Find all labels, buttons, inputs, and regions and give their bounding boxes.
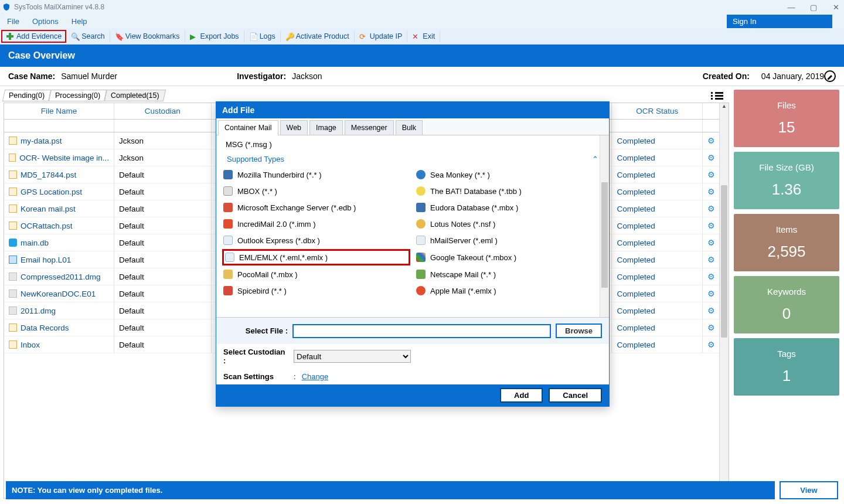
file-type-option[interactable]: Eudora Database (*.mbx ) [415, 200, 603, 215]
toolbar: Add Evidence 🔍Search 🔖View Bookmarks ▶Ex… [0, 28, 844, 45]
sign-in-button[interactable]: Sign In [727, 15, 832, 28]
tab-container-mail[interactable]: Container Mail [218, 120, 278, 135]
tile-items[interactable]: Items2,595 [734, 214, 839, 271]
view-button[interactable]: View [780, 481, 838, 499]
file-type-option[interactable]: Google Takeout (*.mbox ) [415, 249, 603, 265]
list-view-icon[interactable] [711, 91, 723, 100]
file-icon [9, 340, 17, 349]
close-icon[interactable]: ✕ [830, 3, 842, 12]
dialog-footer: Add Cancel [216, 384, 609, 406]
file-type-option[interactable]: PocoMail (*.mbx ) [222, 267, 410, 282]
file-type-option[interactable]: Netscape Mail (*.* ) [415, 267, 603, 282]
file-icon [9, 154, 16, 162]
change-link[interactable]: Change [302, 372, 329, 381]
tile-files[interactable]: Files15 [734, 90, 839, 147]
add-button[interactable]: Add [500, 388, 543, 403]
tile-keywords[interactable]: Keywords0 [734, 276, 839, 333]
cell-custodian: Default [114, 200, 211, 217]
file-type-option[interactable]: Mozilla Thunderbird (*.* ) [222, 167, 410, 182]
file-name-cell: Data Records [9, 323, 109, 332]
cell-custodian: Default [114, 319, 211, 336]
file-icon [9, 323, 17, 332]
logs-button[interactable]: 📄Logs [244, 30, 281, 42]
file-name-cell: 2011.dmg [9, 307, 109, 315]
file-type-option[interactable]: MBOX (*.* ) [222, 183, 410, 199]
cell-custodian: Default [114, 285, 211, 302]
dialog-scroll-thumb[interactable] [601, 182, 608, 288]
minimize-icon[interactable]: — [785, 3, 797, 12]
view-bookmarks-button[interactable]: 🔖View Bookmarks [110, 30, 185, 42]
cell-ocr: Completed [612, 251, 702, 268]
grid-scrollbar[interactable]: ▲ ▼ [719, 103, 729, 498]
custodian-select[interactable]: Default [294, 350, 411, 363]
file-name-cell: OCR- Website image in... [9, 154, 109, 162]
col-filename[interactable]: File Name [4, 103, 114, 120]
file-icon [9, 256, 17, 264]
cell-custodian: Default [114, 302, 211, 319]
type-icon [416, 286, 426, 295]
created-label: Created On: [703, 71, 750, 81]
update-ip-button[interactable]: ⟳Update IP [355, 30, 408, 42]
tab-messenger[interactable]: Messenger [345, 120, 394, 135]
svg-rect-1 [6, 35, 13, 38]
export-jobs-button[interactable]: ▶Export Jobs [185, 30, 244, 42]
file-type-option[interactable]: Spicebird (*.* ) [222, 283, 410, 298]
file-icon [9, 239, 17, 247]
file-type-option[interactable]: Outlook Express (*.dbx ) [222, 233, 410, 248]
cancel-button[interactable]: Cancel [549, 388, 602, 403]
type-label: Netscape Mail (*.* ) [430, 270, 496, 279]
col-ocr[interactable]: OCR Status [612, 103, 702, 120]
cell-custodian: Default [114, 217, 211, 234]
scroll-up-icon[interactable]: ▲ [720, 103, 729, 113]
col-custodian[interactable]: Custodian [114, 103, 211, 120]
cell-ocr: Completed [612, 166, 702, 183]
tile-items-value: 2,595 [767, 243, 805, 261]
case-info-row: Case Name: Samuel Murder Investigator: J… [0, 67, 844, 86]
type-label: Apple Mail (*.emlx ) [430, 287, 496, 295]
type-icon [223, 270, 233, 279]
maximize-icon[interactable]: ▢ [808, 3, 819, 12]
tab-completed[interactable]: Completed(15) [104, 90, 166, 101]
type-icon [223, 203, 233, 212]
file-type-option[interactable]: Microsoft Exchange Server (*.edb ) [222, 200, 410, 215]
file-type-option[interactable]: The BAT! Database (*.tbb ) [415, 183, 603, 199]
tab-web[interactable]: Web [280, 120, 308, 135]
state-tabs: Pending(0) Processing(0) Completed(15) [4, 90, 729, 101]
type-label: Outlook Express (*.dbx ) [237, 236, 320, 245]
file-type-option[interactable]: IncrediMail 2.0 (*.imm ) [222, 216, 410, 231]
tile-tags[interactable]: Tags1 [734, 338, 839, 396]
tab-image[interactable]: Image [309, 120, 343, 135]
tile-files-value: 15 [778, 118, 795, 137]
type-label: Eudora Database (*.mbx ) [430, 203, 518, 212]
tab-pending[interactable]: Pending(0) [2, 90, 51, 101]
file-type-option[interactable]: Apple Mail (*.emlx ) [415, 283, 603, 298]
file-type-option[interactable]: Sea Monkey (*.* ) [415, 167, 603, 182]
tab-bulk[interactable]: Bulk [396, 120, 423, 135]
menu-options[interactable]: Options [32, 17, 59, 26]
menu-file[interactable]: File [7, 17, 19, 26]
browse-button[interactable]: Browse [556, 323, 602, 338]
edit-case-icon[interactable] [824, 70, 836, 82]
add-evidence-button[interactable]: Add Evidence [1, 30, 66, 43]
refresh-icon: ⟳ [359, 32, 367, 40]
logs-icon: 📄 [249, 32, 257, 40]
file-type-option[interactable]: hMailServer (*.eml ) [415, 233, 603, 248]
type-icon [416, 270, 426, 279]
tab-pending-label: Pending(0) [9, 91, 45, 100]
tab-processing[interactable]: Processing(0) [49, 90, 107, 101]
scroll-thumb[interactable] [721, 185, 727, 338]
cell-ocr: Completed [612, 183, 702, 200]
search-button[interactable]: 🔍Search [66, 30, 110, 42]
supported-types-header[interactable]: Supported Types ⌃ [216, 154, 609, 165]
exit-button[interactable]: ✕Exit [407, 30, 440, 42]
dialog-scrollbar[interactable] [600, 135, 609, 317]
app-title: SysTools MailXaminer v4.8.8 [14, 3, 104, 11]
tile-size[interactable]: File Size (GB)1.36 [734, 152, 839, 209]
file-type-option[interactable]: EML/EMLX (*.eml,*.emlx ) [222, 249, 410, 265]
select-file-input[interactable] [292, 324, 551, 338]
activate-product-button[interactable]: 🔑Activate Product [281, 30, 355, 42]
menu-help[interactable]: Help [72, 17, 87, 26]
file-name: NewKoreanDOC.E01 [21, 290, 96, 298]
file-type-option[interactable]: Lotus Notes (*.nsf ) [415, 216, 603, 231]
type-msg[interactable]: MSG (*.msg ) [216, 135, 609, 154]
